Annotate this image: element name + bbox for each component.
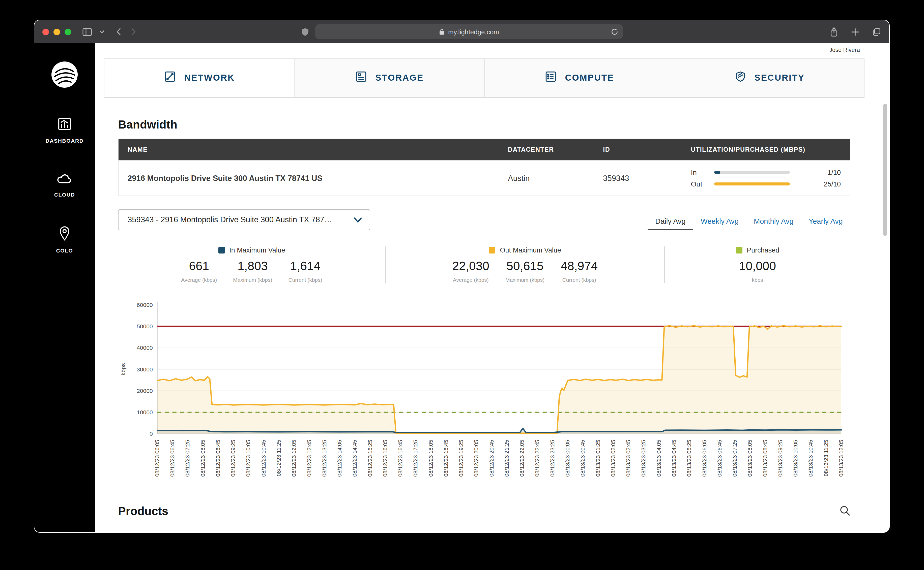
new-tab-icon[interactable] bbox=[851, 28, 859, 36]
in-label: In bbox=[691, 169, 709, 176]
bandwidth-stats: In Maximum Value 661 Average (kbps) 1,80… bbox=[118, 247, 850, 283]
address-bar[interactable]: my.lightedge.com bbox=[315, 24, 623, 39]
bandwidth-chart[interactable]: 0100002000030000400005000060000kbps08/12… bbox=[118, 298, 850, 492]
tab-network[interactable]: NETWORK bbox=[105, 59, 295, 97]
svg-text:08/13/23 08:05: 08/13/23 08:05 bbox=[747, 440, 753, 477]
screen: my.lightedge.com bbox=[0, 0, 924, 570]
products-section: Products bbox=[104, 505, 864, 518]
purchased-value: 10,000 bbox=[739, 259, 776, 273]
col-header-name: NAME bbox=[118, 139, 499, 161]
browser-window: my.lightedge.com bbox=[34, 20, 890, 533]
svg-text:08/12/23 22:05: 08/12/23 22:05 bbox=[519, 440, 525, 477]
svg-text:08/12/23 13:25: 08/12/23 13:25 bbox=[321, 440, 327, 477]
sidebar-item-label: DASHBOARD bbox=[46, 138, 84, 144]
network-icon bbox=[164, 70, 177, 86]
out-maximum-label: Maximum (kbps) bbox=[505, 277, 544, 283]
share-icon[interactable] bbox=[829, 26, 839, 37]
zoom-button[interactable] bbox=[65, 29, 71, 35]
svg-text:10000: 10000 bbox=[137, 409, 153, 415]
svg-text:08/12/23 11:25: 08/12/23 11:25 bbox=[276, 440, 282, 476]
section-tabs: NETWORK STORAGE COMPUTE bbox=[104, 58, 864, 98]
svg-text:08/12/23 12:05: 08/12/23 12:05 bbox=[291, 440, 297, 477]
back-icon[interactable] bbox=[115, 28, 121, 36]
svg-text:30000: 30000 bbox=[137, 366, 153, 373]
sidebar-item-label: CLOUD bbox=[54, 192, 75, 198]
svg-text:08/13/23 07:25: 08/13/23 07:25 bbox=[732, 440, 738, 477]
sidebar-item-colo[interactable]: COLO bbox=[56, 225, 73, 253]
svg-text:60000: 60000 bbox=[137, 302, 153, 308]
in-maximum-value: 1,803 bbox=[233, 259, 272, 273]
svg-text:50000: 50000 bbox=[137, 323, 153, 329]
sidebar-item-label: COLO bbox=[56, 247, 73, 253]
circuit-selector[interactable]: 359343 - 2916 Montopolis Drive Suite 300… bbox=[118, 209, 370, 230]
lock-icon bbox=[438, 28, 444, 35]
col-header-utilization: UTILIZATION/PURCHASED (MBPS) bbox=[682, 139, 850, 161]
bandwidth-title: Bandwidth bbox=[118, 118, 850, 132]
tab-label: COMPUTE bbox=[565, 73, 614, 83]
out-current-label: Current (kbps) bbox=[561, 277, 598, 283]
tab-overview-icon[interactable] bbox=[872, 27, 881, 37]
svg-text:08/12/23 23:25: 08/12/23 23:25 bbox=[549, 440, 555, 477]
circuit-datacenter: Austin bbox=[499, 161, 594, 196]
svg-text:08/13/23 06:45: 08/13/23 06:45 bbox=[716, 440, 723, 477]
out-legend-label: Out Maximum Value bbox=[500, 247, 561, 254]
avg-tab-daily[interactable]: Daily Avg bbox=[647, 213, 693, 230]
scrollbar[interactable] bbox=[883, 104, 887, 236]
user-name[interactable]: Jose Rivera bbox=[829, 47, 860, 53]
compute-icon bbox=[544, 70, 557, 86]
svg-text:08/12/23 16:05: 08/12/23 16:05 bbox=[382, 440, 388, 477]
avg-tab-yearly[interactable]: Yearly Avg bbox=[801, 213, 850, 230]
app-sidebar: DASHBOARD CLOUD COLO bbox=[34, 43, 95, 532]
svg-text:08/13/23 05:25: 08/13/23 05:25 bbox=[686, 440, 692, 477]
svg-text:0: 0 bbox=[149, 431, 153, 437]
avg-tab-weekly[interactable]: Weekly Avg bbox=[693, 213, 746, 230]
forward-icon[interactable] bbox=[131, 28, 137, 36]
reload-icon[interactable] bbox=[610, 28, 618, 35]
lightedge-logo[interactable] bbox=[51, 60, 79, 89]
traffic-lights bbox=[42, 29, 71, 35]
in-stats-group: In Maximum Value 661 Average (kbps) 1,80… bbox=[118, 247, 385, 283]
tab-storage[interactable]: STORAGE bbox=[295, 59, 485, 97]
storage-icon bbox=[355, 70, 368, 86]
svg-text:08/13/23 12:05: 08/13/23 12:05 bbox=[838, 440, 844, 477]
svg-text:08/12/23 08:45: 08/12/23 08:45 bbox=[215, 440, 221, 477]
svg-text:08/13/23 10:45: 08/13/23 10:45 bbox=[807, 440, 814, 477]
svg-text:40000: 40000 bbox=[137, 345, 153, 351]
out-utilization-bar bbox=[714, 182, 790, 185]
tab-security[interactable]: SECURITY bbox=[675, 59, 864, 97]
cloud-icon bbox=[56, 171, 73, 188]
svg-text:08/12/23 06:05: 08/12/23 06:05 bbox=[154, 440, 160, 477]
chevron-down-icon[interactable] bbox=[99, 30, 105, 34]
purchased-legend-label: Purchased bbox=[747, 247, 779, 254]
sidebar-item-dashboard[interactable]: DASHBOARD bbox=[46, 116, 84, 144]
search-icon[interactable] bbox=[839, 505, 850, 518]
svg-text:08/13/23 01:25: 08/13/23 01:25 bbox=[595, 440, 601, 477]
svg-text:08/12/23 12:45: 08/12/23 12:45 bbox=[306, 440, 312, 477]
browser-titlebar: my.lightedge.com bbox=[34, 20, 889, 43]
sidebar-item-cloud[interactable]: CLOUD bbox=[54, 171, 75, 198]
bandwidth-section: Bandwidth NAME DATACENTER ID UTILIZATION… bbox=[104, 118, 864, 492]
url-text: my.lightedge.com bbox=[448, 28, 499, 35]
svg-text:08/13/23 10:05: 08/13/23 10:05 bbox=[792, 440, 799, 477]
close-button[interactable] bbox=[42, 29, 49, 35]
in-utilization-fill bbox=[714, 171, 720, 174]
tab-compute[interactable]: COMPUTE bbox=[484, 59, 675, 97]
avg-tab-monthly[interactable]: Monthly Avg bbox=[746, 213, 801, 230]
circuit-selector-value: 359343 - 2916 Montopolis Drive Suite 300… bbox=[128, 215, 332, 224]
sidebar-toggle-icon[interactable] bbox=[82, 28, 92, 36]
out-stats-group: Out Maximum Value 22,030 Average (kbps) … bbox=[386, 247, 664, 283]
purchased-unit-label: kbps bbox=[739, 277, 776, 283]
svg-text:08/13/23 06:05: 08/13/23 06:05 bbox=[701, 440, 708, 477]
products-title: Products bbox=[118, 505, 168, 518]
main-content: Jose Rivera NETWORK STORAGE bbox=[95, 43, 889, 532]
purchased-legend-swatch bbox=[736, 247, 742, 253]
privacy-shield-icon[interactable] bbox=[301, 28, 309, 36]
svg-text:08/13/23 00:05: 08/13/23 00:05 bbox=[564, 440, 571, 477]
circuit-name: 2916 Montopolis Drive Suite 300 Austin T… bbox=[118, 161, 499, 196]
svg-text:08/13/23 11:25: 08/13/23 11:25 bbox=[823, 440, 829, 476]
table-row[interactable]: 2916 Montopolis Drive Suite 300 Austin T… bbox=[118, 161, 850, 196]
svg-text:08/12/23 15:25: 08/12/23 15:25 bbox=[367, 440, 373, 477]
svg-text:08/13/23 02:05: 08/13/23 02:05 bbox=[610, 440, 617, 477]
minimize-button[interactable] bbox=[54, 29, 60, 35]
svg-text:08/12/23 09:25: 08/12/23 09:25 bbox=[230, 440, 236, 477]
